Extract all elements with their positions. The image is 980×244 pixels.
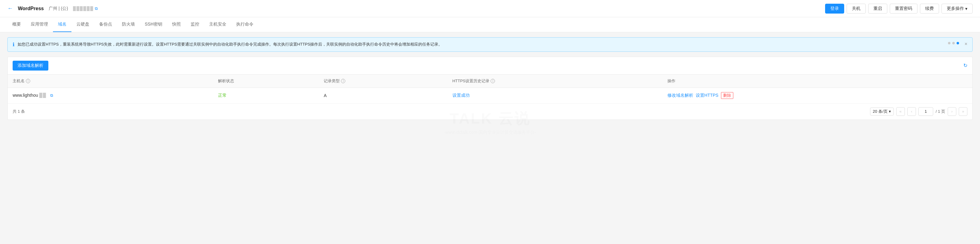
cell-resolve-status: 正常	[213, 88, 319, 103]
add-domain-button[interactable]: 添加域名解析	[13, 61, 48, 70]
record-type-info-icon[interactable]: i	[341, 79, 345, 83]
hostname-masked: ██	[39, 93, 46, 98]
first-page-button[interactable]: «	[896, 107, 905, 116]
set-https-link[interactable]: 设置HTTPS	[696, 93, 719, 98]
header-action-group: 登录 关机 重启 重置密码 续费 更多操作 ▾	[825, 4, 973, 14]
page-size-chevron-icon: ▾	[889, 109, 891, 114]
total-count: 共 1 条	[13, 109, 25, 114]
pagination: 20 条/页 ▾ « ‹ / 1 页 › »	[870, 107, 967, 116]
page-size-unit: 条/页	[878, 109, 888, 114]
nav-tabs: 概要 应用管理 域名 云硬盘 备份点 防火墙 SSH密钥 快照 监控 主机安全 …	[0, 17, 980, 32]
restart-button[interactable]: 重启	[868, 4, 887, 14]
col-hostname: 主机名 i	[8, 74, 213, 88]
col-actions: 操作	[662, 74, 972, 88]
alert-close-button[interactable]: ×	[965, 41, 967, 47]
alert-dot-2[interactable]	[952, 42, 955, 45]
content-area: ℹ 如您已成功设置HTTPS，重装系统将导致HTTPS失效，此时需重新进行设置。…	[0, 32, 980, 125]
tab-firewall[interactable]: 防火墙	[117, 17, 140, 32]
https-history-link[interactable]: 设置成功	[452, 93, 470, 98]
action-group: 修改域名解析 设置HTTPS 删除	[667, 92, 967, 99]
last-page-button[interactable]: »	[959, 107, 967, 116]
instance-id-copy-icon[interactable]: ⧉	[95, 6, 98, 11]
hostname-copy-icon[interactable]: ⧉	[50, 93, 53, 98]
login-button[interactable]: 登录	[825, 4, 844, 14]
alert-text: 如您已成功设置HTTPS，重装系统将导致HTTPS失效，此时需重新进行设置。设置…	[18, 41, 940, 48]
refresh-icon[interactable]: ↻	[963, 62, 967, 69]
cell-https-history: 设置成功	[447, 88, 662, 103]
info-icon: ℹ	[13, 41, 14, 48]
cell-actions: 修改域名解析 设置HTTPS 删除	[662, 88, 972, 103]
resolve-status-value: 正常	[218, 93, 227, 98]
alert-dots	[948, 42, 959, 45]
back-button[interactable]: ←	[7, 5, 13, 12]
tab-monitor[interactable]: 监控	[186, 17, 204, 32]
domain-table-card: 添加域名解析 ↻ 主机名 i 解析状态 记录类型 i	[7, 57, 973, 120]
alert-banner: ℹ 如您已成功设置HTTPS，重装系统将导致HTTPS失效，此时需重新进行设置。…	[7, 37, 973, 52]
table-toolbar: 添加域名解析 ↻	[8, 57, 972, 74]
delete-link[interactable]: 删除	[721, 92, 733, 99]
tab-execute-command[interactable]: 执行命令	[231, 17, 258, 32]
renew-button[interactable]: 续费	[920, 4, 939, 14]
domain-table: 主机名 i 解析状态 记录类型 i HTTPS设置历史记录	[8, 74, 972, 103]
tab-cloud-disk[interactable]: 云硬盘	[72, 17, 94, 32]
hostname-info-icon[interactable]: i	[26, 79, 30, 83]
col-https-history: HTTPS设置历史记录 i	[447, 74, 662, 88]
next-page-button[interactable]: ›	[948, 107, 956, 116]
shutdown-button[interactable]: 关机	[846, 4, 866, 14]
cell-record-type: A	[319, 88, 447, 103]
total-pages: / 1 页	[935, 109, 945, 114]
tab-overview[interactable]: 概要	[7, 17, 26, 32]
app-title: WordPress	[18, 6, 44, 11]
alert-dot-1[interactable]	[948, 42, 950, 45]
prev-page-button[interactable]: ‹	[907, 107, 916, 116]
col-record-type: 记录类型 i	[319, 74, 447, 88]
tab-app-management[interactable]: 应用管理	[26, 17, 53, 32]
tab-domain[interactable]: 域名	[53, 17, 72, 32]
page-number-input[interactable]	[918, 107, 933, 116]
reset-password-button[interactable]: 重置密码	[890, 4, 918, 14]
header-location: 广州 | (公)	[49, 6, 68, 11]
chevron-down-icon: ▾	[965, 6, 967, 11]
table-row: www.lighthou ██ ⧉ 正常 A 设置成功 修改域名解析	[8, 88, 972, 103]
table-footer: 共 1 条 20 条/页 ▾ « ‹ / 1 页 › »	[8, 103, 972, 120]
edit-domain-link[interactable]: 修改域名解析	[667, 93, 693, 98]
tab-backup[interactable]: 备份点	[94, 17, 117, 32]
table-header-row: 主机名 i 解析状态 记录类型 i HTTPS设置历史记录	[8, 74, 972, 88]
page-size-selector[interactable]: 20 条/页 ▾	[870, 107, 894, 116]
tab-snapshot[interactable]: 快照	[167, 17, 186, 32]
tab-host-security[interactable]: 主机安全	[204, 17, 231, 32]
col-resolve-status: 解析状态	[213, 74, 319, 88]
https-history-info-icon[interactable]: i	[491, 79, 495, 83]
alert-dot-3[interactable]	[956, 42, 959, 45]
hostname-value: www.lighthou	[13, 93, 38, 98]
instance-id-masked: ██████	[73, 6, 94, 11]
cell-hostname: www.lighthou ██ ⧉	[8, 88, 213, 103]
more-actions-button[interactable]: 更多操作 ▾	[942, 4, 973, 14]
tab-ssh-key[interactable]: SSH密钥	[140, 17, 167, 32]
header: ← WordPress 广州 | (公) ██████ ⧉ 登录 关机 重启 重…	[0, 0, 980, 17]
instance-id: ██████ ⧉	[73, 6, 98, 11]
